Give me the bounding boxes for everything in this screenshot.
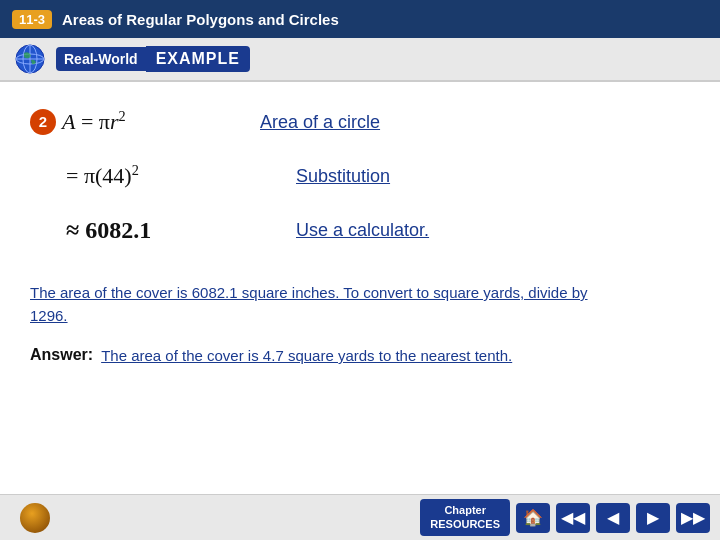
formula-left-1: 2 A = πr2 (30, 108, 230, 135)
globe-icon (14, 43, 46, 75)
formula-left-3: ≈ 6082.1 (66, 217, 266, 244)
formula-row-2: = π(44)2 Substitution (66, 154, 690, 198)
banner-title: Areas of Regular Polygons and Circles (62, 11, 339, 28)
formula-desc-2: Substitution (296, 166, 390, 187)
bottom-bar: Chapter RESOURCES 🏠 ◀◀ ◀ ▶ ▶▶ (0, 494, 720, 540)
answer-text: The area of the cover is 4.7 square yard… (101, 345, 512, 368)
formula-row-3: ≈ 6082.1 Use a calculator. (66, 208, 690, 252)
answer-row: Answer: The area of the cover is 4.7 squ… (30, 345, 690, 368)
formula-2: = π(44)2 (66, 162, 139, 189)
example-label: EXAMPLE (146, 46, 250, 72)
nav-prev-button[interactable]: ◀ (596, 503, 630, 533)
formula-desc-3: Use a calculator. (296, 220, 429, 241)
step-badge: 2 (30, 109, 56, 135)
formula-left-2: = π(44)2 (66, 162, 266, 189)
nav-next-button[interactable]: ▶ (636, 503, 670, 533)
formula-1: A = πr2 (62, 108, 126, 135)
real-world-badge: Real-World EXAMPLE (56, 46, 250, 72)
chapter-resources-button[interactable]: Chapter RESOURCES (420, 499, 510, 535)
nav-last-button[interactable]: ▶▶ (676, 503, 710, 533)
nav-first-button[interactable]: ◀◀ (556, 503, 590, 533)
answer-label: Answer: (30, 345, 93, 364)
home-button[interactable]: 🏠 (516, 503, 550, 533)
formula-desc-1: Area of a circle (260, 112, 380, 133)
real-world-text: Real-World (56, 47, 146, 71)
bottom-logo (20, 503, 50, 533)
example-bar: Real-World EXAMPLE (0, 38, 720, 82)
info-text: The area of the cover is 6082.1 square i… (30, 282, 610, 327)
main-content: 2 A = πr2 Area of a circle = π(44)2 Subs… (0, 82, 720, 494)
formula-3: ≈ 6082.1 (66, 217, 151, 244)
slide-container: 11-3 Areas of Regular Polygons and Circl… (0, 0, 720, 540)
logo-circle (20, 503, 50, 533)
banner-badge: 11-3 (12, 10, 52, 29)
top-banner: 11-3 Areas of Regular Polygons and Circl… (0, 0, 720, 38)
formula-row-1: 2 A = πr2 Area of a circle (30, 100, 690, 144)
